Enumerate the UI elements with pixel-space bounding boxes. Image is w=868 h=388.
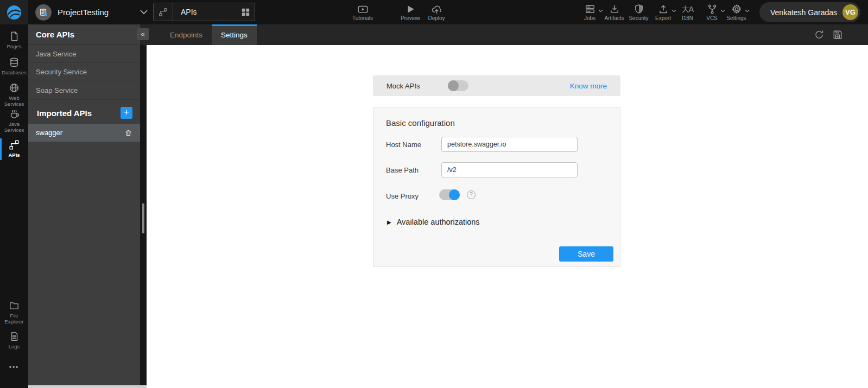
- sidebar-item-label: Pages: [7, 43, 22, 49]
- expander-arrow-icon: ▶: [387, 219, 391, 225]
- tab-endpoints[interactable]: Endpoints: [161, 24, 212, 45]
- basic-configuration-card: Basic configuration Host Name Base Path …: [373, 107, 620, 267]
- base-path-input[interactable]: [441, 162, 578, 177]
- panel-item-security-service[interactable]: Security Service: [28, 63, 140, 81]
- chevron-down-icon: [140, 10, 148, 15]
- toggle-knob: [448, 80, 459, 91]
- trash-icon[interactable]: [124, 129, 132, 137]
- refresh-icon: [814, 29, 825, 40]
- card-title: Basic configuration: [386, 118, 455, 128]
- swagger-label: swagger: [36, 129, 62, 137]
- api-nodes-icon: [154, 3, 173, 21]
- play-icon: [406, 4, 415, 15]
- save-button[interactable]: Save: [559, 246, 613, 262]
- jobs-button[interactable]: Jobs: [578, 0, 602, 24]
- base-path-label: Base Path: [386, 166, 419, 174]
- wavemaker-logo[interactable]: [0, 0, 28, 24]
- shield-icon: [633, 4, 644, 15]
- mock-apis-label: Mock APIs: [387, 82, 420, 90]
- panel-item-soap-service[interactable]: Soap Service: [28, 81, 140, 100]
- i18n-label: I18N: [682, 15, 693, 21]
- topbar-right-actions: Jobs Artifacts Security Exp: [578, 0, 749, 24]
- artifacts-label: Artifacts: [604, 15, 624, 21]
- coffee-icon: [9, 109, 20, 119]
- mock-apis-bar: Mock APIs Know more: [373, 75, 620, 96]
- host-name-input[interactable]: [441, 137, 578, 152]
- tutorials-button[interactable]: Tutorials: [350, 0, 375, 24]
- jobs-label: Jobs: [584, 15, 595, 21]
- export-button[interactable]: Export: [651, 0, 675, 24]
- collapse-panel-button[interactable]: «: [137, 28, 149, 40]
- help-icon[interactable]: ?: [467, 190, 476, 199]
- panel-item-swagger[interactable]: swagger: [28, 124, 140, 142]
- sidebar-item-label: File Explorer: [2, 313, 27, 325]
- tabbar-actions: [814, 24, 843, 45]
- chevron-down-icon: [745, 9, 750, 12]
- project-selector[interactable]: ProjectTesting: [35, 4, 148, 21]
- preview-label: Preview: [401, 15, 420, 21]
- cloud-upload-icon: [431, 4, 442, 15]
- available-authorizations-expander[interactable]: ▶ Available authorizations: [387, 218, 480, 226]
- more-options-icon[interactable]: •••: [0, 364, 28, 371]
- scrollbar-thumb[interactable]: [142, 203, 144, 233]
- settings-content: Mock APIs Know more Basic configuration …: [147, 45, 868, 385]
- workspace-selector[interactable]: APIs: [153, 3, 255, 21]
- api-nodes-icon: [9, 139, 20, 150]
- sidebar-item-pages[interactable]: Pages: [0, 31, 28, 49]
- sidebar-item-file-explorer[interactable]: File Explorer: [0, 300, 28, 325]
- panel-header: Core APIs: [28, 24, 140, 44]
- add-api-button[interactable]: +: [121, 107, 132, 119]
- sidebar-item-databases[interactable]: Databases: [0, 57, 28, 75]
- server-icon: [585, 4, 595, 15]
- gear-icon: [731, 4, 742, 15]
- mock-apis-toggle[interactable]: [448, 80, 468, 91]
- export-label: Export: [655, 15, 671, 21]
- branch-icon: [707, 4, 718, 15]
- sidebar-item-logs[interactable]: Logs: [0, 331, 28, 349]
- sidebar-item-java-services[interactable]: Java Services: [0, 109, 28, 133]
- sidebar-item-label: Web Services: [2, 95, 27, 107]
- sidebar-item-apis[interactable]: APIs: [0, 138, 28, 160]
- user-menu[interactable]: Venkatesh Garadas VG: [759, 2, 860, 22]
- refresh-button[interactable]: [814, 29, 825, 40]
- panel-item-java-service[interactable]: Java Service: [28, 44, 140, 63]
- editor-tab-bar: Endpoints Settings: [140, 24, 868, 45]
- project-icon: [35, 4, 52, 21]
- sidebar-item-label: Databases: [2, 69, 26, 75]
- youtube-icon: [357, 4, 369, 15]
- topbar-center-actions: Tutorials Preview Deploy: [350, 0, 449, 24]
- artifacts-button[interactable]: Artifacts: [602, 0, 626, 24]
- preview-button[interactable]: Preview: [398, 0, 423, 24]
- log-file-icon: [9, 331, 20, 342]
- user-name: Venkatesh Garadas: [770, 8, 837, 17]
- settings-button[interactable]: Settings: [724, 0, 749, 24]
- panel-title: Core APIs: [36, 30, 74, 39]
- app-window: ProjectTesting APIs Tutorials: [0, 0, 868, 388]
- i18n-button[interactable]: 大A I18N: [675, 0, 700, 24]
- security-label: Security: [629, 15, 648, 21]
- sidebar-item-web-services[interactable]: Web Services: [0, 82, 28, 107]
- grid-icon: [241, 8, 250, 16]
- workspace-label: APIs: [181, 8, 241, 16]
- horizontal-scrollbar-track[interactable]: [28, 385, 147, 388]
- save-file-button[interactable]: [832, 29, 843, 40]
- sidebar-item-label: Java Services: [2, 121, 27, 133]
- settings-label: Settings: [726, 15, 746, 21]
- imported-apis-title: Imported APIs: [37, 109, 92, 118]
- page-icon: [9, 31, 20, 42]
- database-icon: [9, 57, 20, 68]
- save-icon: [832, 29, 843, 40]
- vcs-button[interactable]: VCS: [700, 0, 724, 24]
- left-icon-sidebar: Pages Databases Web Services Java Servic…: [0, 24, 28, 388]
- host-name-label: Host Name: [386, 141, 421, 149]
- panel-scrollbar[interactable]: [140, 45, 147, 388]
- imported-apis-header: Imported APIs +: [28, 102, 140, 124]
- deploy-button[interactable]: Deploy: [424, 0, 449, 24]
- use-proxy-toggle[interactable]: [439, 189, 460, 200]
- download-icon: [609, 4, 620, 15]
- tab-settings[interactable]: Settings: [212, 24, 257, 45]
- security-button[interactable]: Security: [626, 0, 651, 24]
- know-more-link[interactable]: Know more: [570, 82, 607, 90]
- sidebar-item-label: Logs: [9, 344, 20, 349]
- folder-icon: [9, 300, 20, 311]
